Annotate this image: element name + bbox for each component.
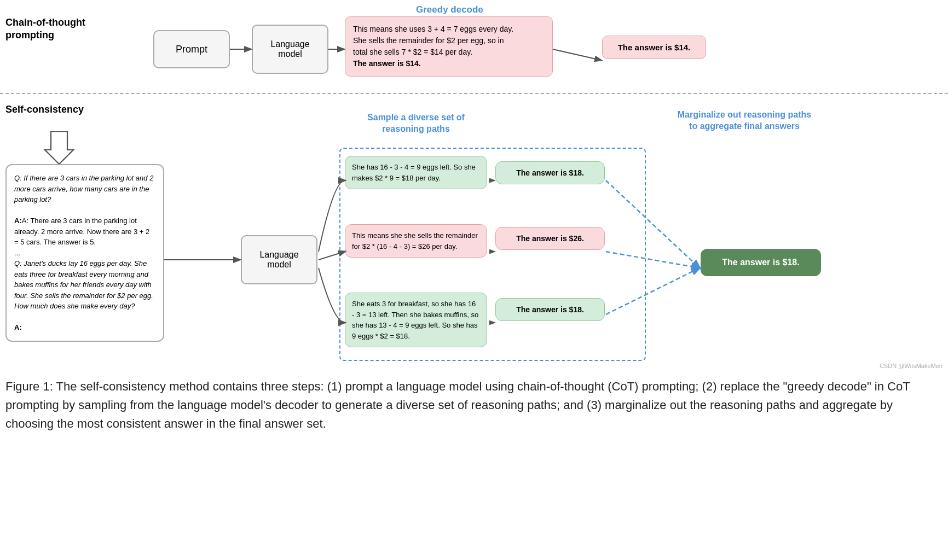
divider [0, 93, 948, 94]
language-model-box-top: Language model [252, 25, 328, 74]
path-box-3: She eats 3 for breakfast, so she has 16 … [345, 293, 487, 347]
figure-caption: Figure 1: The self-consistency method co… [5, 377, 936, 433]
sample-label: Sample a diverse set of reasoning paths [361, 112, 471, 135]
answer-box-3: The answer is $18. [495, 298, 605, 321]
svg-marker-0 [45, 131, 74, 164]
section-label-bottom: Self-consistency [5, 104, 84, 115]
path-box-1: She has 16 - 3 - 4 = 9 eggs left. So she… [345, 156, 487, 189]
arrow-down-icon [43, 131, 76, 164]
watermark: CSDN @WitsMakeMen [880, 363, 943, 369]
language-model-box-bottom: Language model [241, 235, 317, 284]
final-answer-bottom: The answer is $18. [701, 249, 821, 276]
svg-line-3 [553, 49, 601, 60]
final-answer-top: The answer is $14. [602, 36, 706, 59]
greedy-label: Greedy decode [416, 4, 483, 15]
path-box-2: This means she she sells the remainder f… [345, 224, 487, 258]
marginalize-label: Marginalize out reasoning paths to aggre… [662, 109, 826, 132]
answer-box-1: The answer is $18. [495, 161, 605, 184]
diagram-area: Chain-of-thought prompting Greedy decode… [0, 0, 948, 372]
prompt-box-bottom: Q: If there are 3 cars in the parking lo… [5, 164, 164, 342]
section-label-top: Chain-of-thought prompting [5, 16, 115, 42]
answer-box-2: The answer is $26. [495, 227, 605, 250]
prompt-box: Prompt [153, 30, 230, 68]
greedy-output-box: This means she uses 3 + 4 = 7 eggs every… [345, 16, 553, 77]
